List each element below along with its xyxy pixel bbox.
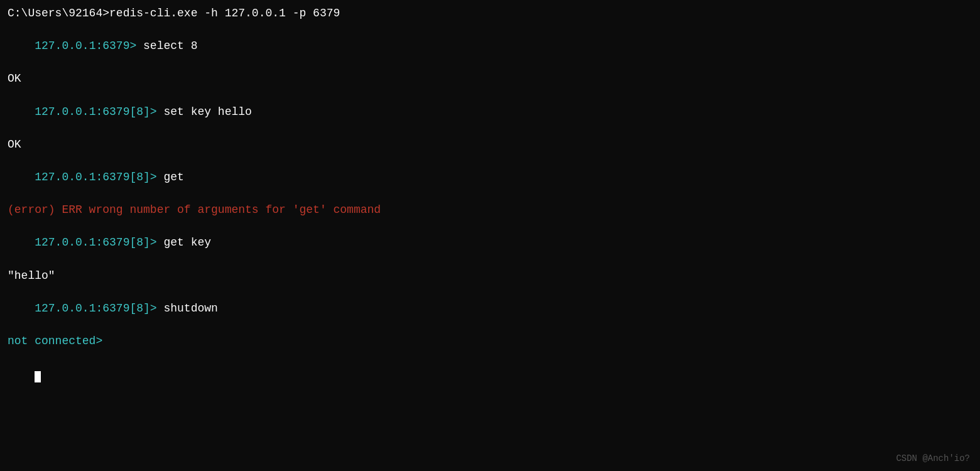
prompt-10: 127.0.0.1:6379[8]> [35, 302, 163, 315]
prompt-2: 127.0.0.1:6379> [35, 40, 143, 52]
terminal-line-1: C:\Users\92164>redis-cli.exe -h 127.0.0.… [8, 5, 972, 21]
terminal-line-6: 127.0.0.1:6379[8]> get [8, 153, 972, 202]
terminal-line-5: OK [8, 136, 972, 153]
terminal-line-7: (error) ERR wrong number of arguments fo… [8, 202, 972, 218]
terminal-line-10: 127.0.0.1:6379[8]> shutdown [8, 284, 972, 333]
command-4: set key hello [163, 106, 251, 118]
terminal-line-11: not connected> [8, 333, 972, 349]
terminal-cursor-line [8, 352, 972, 401]
terminal-line-9: "hello" [8, 268, 972, 284]
prompt-8: 127.0.0.1:6379[8]> [35, 236, 163, 249]
terminal-line-2: 127.0.0.1:6379> select 8 [8, 21, 972, 70]
command-6: get [163, 171, 183, 183]
command-10: shutdown [163, 302, 217, 315]
command-8: get key [163, 236, 211, 249]
terminal-line-3: OK [8, 70, 972, 87]
terminal-window[interactable]: C:\Users\92164>redis-cli.exe -h 127.0.0.… [0, 0, 980, 471]
terminal-cursor [35, 371, 41, 382]
terminal-line-4: 127.0.0.1:6379[8]> set key hello [8, 87, 972, 136]
prompt-4: 127.0.0.1:6379[8]> [35, 106, 163, 118]
watermark: CSDN @Anch'io? [896, 452, 970, 465]
command-2: select 8 [143, 40, 197, 52]
prompt-6: 127.0.0.1:6379[8]> [35, 171, 163, 183]
terminal-line-8: 127.0.0.1:6379[8]> get key [8, 218, 972, 267]
